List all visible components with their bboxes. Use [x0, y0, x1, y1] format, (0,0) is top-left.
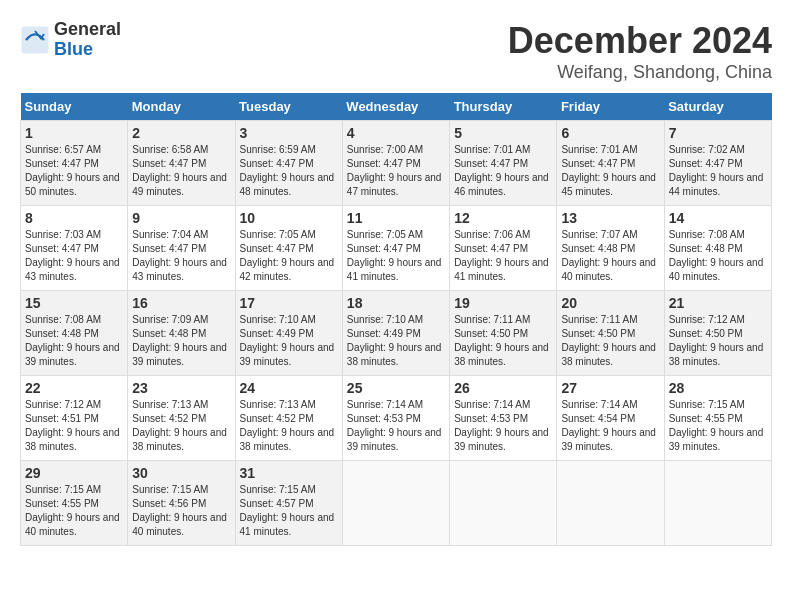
day-cell: 15 Sunrise: 7:08 AMSunset: 4:48 PMDaylig… — [21, 291, 128, 376]
day-cell: 6 Sunrise: 7:01 AMSunset: 4:47 PMDayligh… — [557, 121, 664, 206]
day-info: Sunrise: 7:15 AMSunset: 4:57 PMDaylight:… — [240, 484, 335, 537]
day-number: 30 — [132, 465, 230, 481]
day-info: Sunrise: 7:07 AMSunset: 4:48 PMDaylight:… — [561, 229, 656, 282]
day-cell: 7 Sunrise: 7:02 AMSunset: 4:47 PMDayligh… — [664, 121, 771, 206]
day-cell: 24 Sunrise: 7:13 AMSunset: 4:52 PMDaylig… — [235, 376, 342, 461]
day-info: Sunrise: 7:00 AMSunset: 4:47 PMDaylight:… — [347, 144, 442, 197]
day-number: 29 — [25, 465, 123, 481]
day-cell: 28 Sunrise: 7:15 AMSunset: 4:55 PMDaylig… — [664, 376, 771, 461]
day-cell: 9 Sunrise: 7:04 AMSunset: 4:47 PMDayligh… — [128, 206, 235, 291]
day-info: Sunrise: 7:10 AMSunset: 4:49 PMDaylight:… — [240, 314, 335, 367]
day-info: Sunrise: 6:58 AMSunset: 4:47 PMDaylight:… — [132, 144, 227, 197]
day-cell: 10 Sunrise: 7:05 AMSunset: 4:47 PMDaylig… — [235, 206, 342, 291]
day-number: 24 — [240, 380, 338, 396]
day-cell: 26 Sunrise: 7:14 AMSunset: 4:53 PMDaylig… — [450, 376, 557, 461]
day-cell — [557, 461, 664, 546]
day-info: Sunrise: 7:01 AMSunset: 4:47 PMDaylight:… — [454, 144, 549, 197]
day-info: Sunrise: 7:13 AMSunset: 4:52 PMDaylight:… — [240, 399, 335, 452]
title-block: December 2024 Weifang, Shandong, China — [508, 20, 772, 83]
header-row: SundayMondayTuesdayWednesdayThursdayFrid… — [21, 93, 772, 121]
logo-general: General — [54, 20, 121, 40]
day-info: Sunrise: 7:13 AMSunset: 4:52 PMDaylight:… — [132, 399, 227, 452]
day-number: 13 — [561, 210, 659, 226]
logo-blue: Blue — [54, 40, 121, 60]
day-cell: 12 Sunrise: 7:06 AMSunset: 4:47 PMDaylig… — [450, 206, 557, 291]
week-row-3: 15 Sunrise: 7:08 AMSunset: 4:48 PMDaylig… — [21, 291, 772, 376]
logo-icon — [20, 25, 50, 55]
day-cell: 27 Sunrise: 7:14 AMSunset: 4:54 PMDaylig… — [557, 376, 664, 461]
day-cell: 25 Sunrise: 7:14 AMSunset: 4:53 PMDaylig… — [342, 376, 449, 461]
day-info: Sunrise: 6:59 AMSunset: 4:47 PMDaylight:… — [240, 144, 335, 197]
day-info: Sunrise: 7:12 AMSunset: 4:50 PMDaylight:… — [669, 314, 764, 367]
day-cell: 2 Sunrise: 6:58 AMSunset: 4:47 PMDayligh… — [128, 121, 235, 206]
svg-rect-0 — [22, 26, 49, 53]
day-info: Sunrise: 7:04 AMSunset: 4:47 PMDaylight:… — [132, 229, 227, 282]
day-number: 28 — [669, 380, 767, 396]
day-cell: 30 Sunrise: 7:15 AMSunset: 4:56 PMDaylig… — [128, 461, 235, 546]
day-info: Sunrise: 7:05 AMSunset: 4:47 PMDaylight:… — [240, 229, 335, 282]
day-number: 14 — [669, 210, 767, 226]
day-cell: 4 Sunrise: 7:00 AMSunset: 4:47 PMDayligh… — [342, 121, 449, 206]
day-info: Sunrise: 7:10 AMSunset: 4:49 PMDaylight:… — [347, 314, 442, 367]
day-number: 9 — [132, 210, 230, 226]
day-number: 17 — [240, 295, 338, 311]
day-cell: 13 Sunrise: 7:07 AMSunset: 4:48 PMDaylig… — [557, 206, 664, 291]
day-info: Sunrise: 7:15 AMSunset: 4:55 PMDaylight:… — [669, 399, 764, 452]
day-info: Sunrise: 7:14 AMSunset: 4:54 PMDaylight:… — [561, 399, 656, 452]
day-number: 26 — [454, 380, 552, 396]
day-number: 18 — [347, 295, 445, 311]
day-number: 4 — [347, 125, 445, 141]
day-info: Sunrise: 7:01 AMSunset: 4:47 PMDaylight:… — [561, 144, 656, 197]
logo-text: General Blue — [54, 20, 121, 60]
day-cell: 21 Sunrise: 7:12 AMSunset: 4:50 PMDaylig… — [664, 291, 771, 376]
day-number: 8 — [25, 210, 123, 226]
day-cell: 14 Sunrise: 7:08 AMSunset: 4:48 PMDaylig… — [664, 206, 771, 291]
subtitle: Weifang, Shandong, China — [508, 62, 772, 83]
day-cell: 22 Sunrise: 7:12 AMSunset: 4:51 PMDaylig… — [21, 376, 128, 461]
header-monday: Monday — [128, 93, 235, 121]
week-row-1: 1 Sunrise: 6:57 AMSunset: 4:47 PMDayligh… — [21, 121, 772, 206]
day-info: Sunrise: 7:15 AMSunset: 4:55 PMDaylight:… — [25, 484, 120, 537]
day-info: Sunrise: 6:57 AMSunset: 4:47 PMDaylight:… — [25, 144, 120, 197]
day-number: 20 — [561, 295, 659, 311]
day-number: 31 — [240, 465, 338, 481]
day-cell: 8 Sunrise: 7:03 AMSunset: 4:47 PMDayligh… — [21, 206, 128, 291]
day-info: Sunrise: 7:05 AMSunset: 4:47 PMDaylight:… — [347, 229, 442, 282]
day-info: Sunrise: 7:09 AMSunset: 4:48 PMDaylight:… — [132, 314, 227, 367]
day-number: 10 — [240, 210, 338, 226]
header-thursday: Thursday — [450, 93, 557, 121]
day-number: 11 — [347, 210, 445, 226]
logo: General Blue — [20, 20, 121, 60]
day-number: 5 — [454, 125, 552, 141]
day-cell: 5 Sunrise: 7:01 AMSunset: 4:47 PMDayligh… — [450, 121, 557, 206]
day-info: Sunrise: 7:08 AMSunset: 4:48 PMDaylight:… — [25, 314, 120, 367]
day-cell: 29 Sunrise: 7:15 AMSunset: 4:55 PMDaylig… — [21, 461, 128, 546]
day-info: Sunrise: 7:06 AMSunset: 4:47 PMDaylight:… — [454, 229, 549, 282]
day-cell: 11 Sunrise: 7:05 AMSunset: 4:47 PMDaylig… — [342, 206, 449, 291]
day-number: 23 — [132, 380, 230, 396]
day-info: Sunrise: 7:15 AMSunset: 4:56 PMDaylight:… — [132, 484, 227, 537]
header-sunday: Sunday — [21, 93, 128, 121]
day-number: 27 — [561, 380, 659, 396]
day-info: Sunrise: 7:14 AMSunset: 4:53 PMDaylight:… — [347, 399, 442, 452]
day-number: 22 — [25, 380, 123, 396]
day-number: 12 — [454, 210, 552, 226]
day-cell: 23 Sunrise: 7:13 AMSunset: 4:52 PMDaylig… — [128, 376, 235, 461]
day-cell: 1 Sunrise: 6:57 AMSunset: 4:47 PMDayligh… — [21, 121, 128, 206]
day-cell: 19 Sunrise: 7:11 AMSunset: 4:50 PMDaylig… — [450, 291, 557, 376]
day-number: 7 — [669, 125, 767, 141]
day-info: Sunrise: 7:03 AMSunset: 4:47 PMDaylight:… — [25, 229, 120, 282]
day-cell — [450, 461, 557, 546]
day-number: 2 — [132, 125, 230, 141]
week-row-5: 29 Sunrise: 7:15 AMSunset: 4:55 PMDaylig… — [21, 461, 772, 546]
day-cell — [664, 461, 771, 546]
day-info: Sunrise: 7:11 AMSunset: 4:50 PMDaylight:… — [454, 314, 549, 367]
calendar-table: SundayMondayTuesdayWednesdayThursdayFrid… — [20, 93, 772, 546]
main-title: December 2024 — [508, 20, 772, 62]
day-number: 21 — [669, 295, 767, 311]
page-header: General Blue December 2024 Weifang, Shan… — [20, 20, 772, 83]
day-number: 25 — [347, 380, 445, 396]
header-wednesday: Wednesday — [342, 93, 449, 121]
header-friday: Friday — [557, 93, 664, 121]
day-number: 15 — [25, 295, 123, 311]
